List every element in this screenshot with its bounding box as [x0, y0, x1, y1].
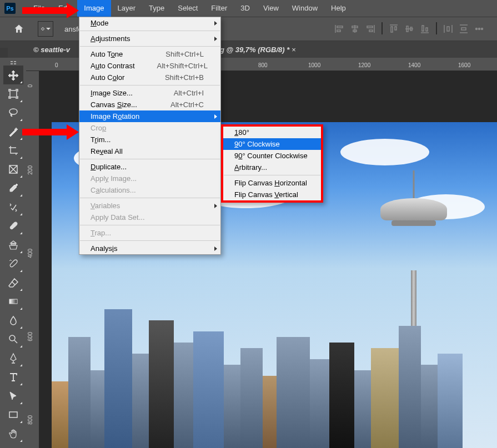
eraser-tool[interactable]: [3, 273, 23, 292]
align-left-icon[interactable]: [333, 22, 346, 36]
align-bottom-icon[interactable]: [418, 22, 431, 36]
menu-separator: [80, 31, 220, 31]
pen-tool[interactable]: [3, 349, 23, 368]
submenu-arrow-icon: [214, 246, 217, 251]
move-tool[interactable]: [3, 66, 23, 84]
svg-point-2: [481, 28, 483, 30]
panel-collapse-strip[interactable]: [0, 48, 8, 58]
vruler-tick: 0: [27, 84, 33, 88]
history-brush-tool[interactable]: [3, 254, 23, 273]
submenu-arrow-icon: [214, 114, 217, 119]
hruler-tick: 0: [55, 62, 58, 68]
toolbar-grip-icon[interactable]: [3, 60, 23, 66]
image-menu-dropdown: ModeAdjustmentsAuto ToneShift+Ctrl+LAuto…: [79, 17, 221, 255]
crop-tool[interactable]: [3, 141, 23, 160]
path-select-tool[interactable]: [3, 386, 23, 405]
rotation-menu-180[interactable]: 180°: [223, 127, 321, 138]
rotation-menu-90-counter-clockwise[interactable]: 90° Counter Clockwise: [223, 150, 321, 162]
menubar-item-window[interactable]: Window: [285, 0, 324, 17]
image-menu-duplicate[interactable]: Duplicate...: [79, 161, 220, 173]
more-options-icon[interactable]: [473, 22, 486, 36]
tools-panel: [0, 58, 26, 448]
spot-heal-tool[interactable]: [3, 198, 23, 217]
eyedropper-tool[interactable]: [3, 179, 23, 198]
menubar-item-filter[interactable]: Filter: [204, 0, 234, 17]
align-right-icon[interactable]: [364, 22, 377, 36]
menu-item-label: Image Rotation: [91, 112, 139, 120]
menu-item-label: Image Size...: [91, 89, 133, 97]
hand-tool[interactable]: [3, 424, 23, 443]
image-menu-auto-color[interactable]: Auto ColorShift+Ctrl+B: [79, 72, 220, 83]
align-hcenter-icon[interactable]: [348, 22, 362, 36]
image-menu-analysis[interactable]: Analysis: [79, 243, 220, 254]
clone-stamp-tool[interactable]: [3, 235, 23, 254]
dodge-tool[interactable]: [3, 330, 23, 349]
image-menu-trim[interactable]: Trim...: [79, 134, 220, 145]
type-tool[interactable]: [3, 368, 23, 386]
svg-point-1: [479, 28, 480, 30]
submenu-arrow-icon: [214, 21, 217, 26]
artboard-tool[interactable]: [3, 84, 23, 103]
options-bar: ansform Controls: [0, 17, 497, 41]
menubar-item-3d[interactable]: 3D: [234, 0, 257, 17]
rotation-menu-flip-canvas-horizontal[interactable]: Flip Canvas Horizontal: [223, 177, 321, 189]
align-vcenter-icon[interactable]: [403, 22, 416, 36]
menubar-item-type[interactable]: Type: [142, 0, 171, 17]
menubar-item-select[interactable]: Select: [171, 0, 204, 17]
menu-item-label: Trap...: [91, 229, 111, 237]
menu-item-shortcut: Shift+Ctrl+L: [165, 50, 204, 58]
photoshop-logo: Ps: [4, 3, 16, 14]
image-menu-auto-tone[interactable]: Auto ToneShift+Ctrl+L: [79, 48, 220, 60]
blur-tool[interactable]: [3, 311, 23, 330]
rotation-menu-flip-canvas-vertical[interactable]: Flip Canvas Vertical: [223, 189, 321, 200]
image-menu-image-rotation[interactable]: Image Rotation: [79, 110, 220, 122]
menu-item-label: Adjustments: [91, 34, 130, 43]
menubar-item-view[interactable]: View: [257, 0, 285, 17]
hruler-tick: 800: [258, 62, 268, 68]
image-menu-adjustments[interactable]: Adjustments: [79, 33, 220, 44]
menubar-item-layer[interactable]: Layer: [111, 0, 143, 17]
svg-rect-6: [9, 412, 17, 417]
menu-item-label: Auto Color: [91, 73, 124, 82]
image-menu-apply-image: Apply Image...: [79, 173, 220, 184]
image-menu-apply-data-set: Apply Data Set...: [79, 212, 220, 223]
vruler-tick: 800: [27, 415, 33, 425]
hruler-tick: 1200: [358, 62, 370, 68]
svg-point-5: [9, 335, 15, 341]
menu-item-label: Apply Data Set...: [91, 213, 145, 222]
hruler-tick: 1600: [458, 62, 470, 68]
brush-tool[interactable]: [3, 217, 23, 235]
tool-preset-picker[interactable]: [38, 21, 53, 37]
magic-wand-tool[interactable]: [3, 122, 23, 141]
menu-separator: [80, 85, 220, 85]
menu-item-label: Crop: [91, 124, 106, 132]
distribute-h-icon[interactable]: [441, 22, 455, 36]
document-tab-title-right[interactable]: g @ 39,7% (RGB/8) *: [220, 46, 289, 54]
submenu-arrow-icon: [214, 37, 217, 41]
align-top-icon[interactable]: [387, 22, 400, 36]
menu-item-shortcut: Alt+Ctrl+I: [174, 89, 204, 97]
menu-separator: [80, 46, 220, 47]
menu-item-label: 180°: [234, 128, 249, 137]
document-tab-title-left[interactable]: © seattle-v: [33, 46, 70, 54]
image-menu-crop: Crop: [79, 122, 220, 134]
menu-separator: [80, 159, 220, 159]
frame-tool[interactable]: [3, 160, 23, 179]
rotation-menu-90-clockwise[interactable]: 90° Clockwise: [223, 138, 321, 150]
home-icon[interactable]: [11, 21, 27, 37]
image-menu-mode[interactable]: Mode: [79, 17, 220, 29]
menubar-item-image[interactable]: Image: [77, 0, 111, 17]
distribute-v-icon[interactable]: [457, 22, 470, 36]
lasso-tool[interactable]: [3, 103, 23, 122]
image-menu-image-size[interactable]: Image Size...Alt+Ctrl+I: [79, 87, 220, 99]
menubar-item-help[interactable]: Help: [324, 0, 353, 17]
gradient-tool[interactable]: [3, 292, 23, 311]
close-tab-icon[interactable]: ×: [292, 46, 296, 54]
image-menu-auto-contrast[interactable]: Auto ContrastAlt+Shift+Ctrl+L: [79, 60, 220, 72]
menu-item-label: 90° Clockwise: [234, 140, 280, 148]
menu-item-label: Calculations...: [91, 186, 136, 194]
image-menu-canvas-size[interactable]: Canvas Size...Alt+Ctrl+C: [79, 99, 220, 110]
rectangle-tool[interactable]: [3, 405, 23, 424]
rotation-menu-arbitrary[interactable]: Arbitrary...: [223, 162, 321, 173]
image-menu-reveal-all[interactable]: Reveal All: [79, 145, 220, 157]
